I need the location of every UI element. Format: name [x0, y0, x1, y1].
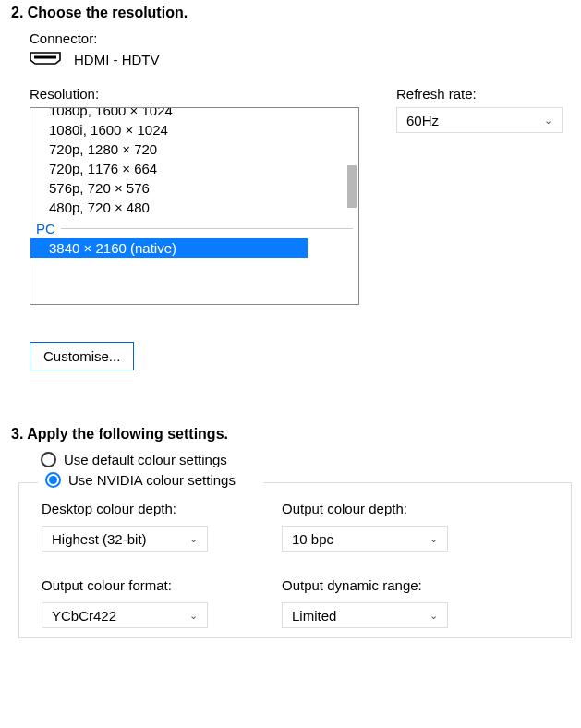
output-format-label: Output colour format:: [42, 577, 217, 593]
resolution-label: Resolution:: [30, 86, 359, 102]
connector-value: HDMI - HDTV: [74, 52, 160, 67]
list-item[interactable]: 1080i, 1600 × 1024: [30, 120, 358, 140]
output-depth-value: 10 bpc: [292, 531, 333, 547]
desktop-depth-value: Highest (32-bit): [52, 531, 147, 547]
radio-default-settings[interactable]: Use default colour settings: [41, 452, 581, 467]
customise-button[interactable]: Customise...: [30, 342, 134, 370]
output-range-select[interactable]: Limited ⌄: [282, 602, 448, 628]
chevron-down-icon: ⌄: [430, 610, 438, 622]
chevron-down-icon: ⌄: [430, 533, 438, 545]
radio-default-label: Use default colour settings: [64, 452, 227, 467]
svg-rect-0: [34, 56, 56, 59]
scrollbar-thumb[interactable]: [347, 165, 357, 208]
list-item[interactable]: 720p, 1176 × 664: [30, 159, 358, 178]
desktop-depth-select[interactable]: Highest (32-bit) ⌄: [42, 526, 208, 552]
refresh-rate-value: 60Hz: [406, 113, 439, 128]
list-item[interactable]: 1080p, 1600 × 1024: [30, 107, 358, 120]
nvidia-settings-panel: Use NVIDIA colour settings Desktop colou…: [18, 482, 572, 638]
resolution-listbox[interactable]: 1080i, 1680 × 1050 1080p, 1600 × 1024 10…: [30, 107, 359, 305]
list-item[interactable]: 480p, 720 × 480: [30, 198, 358, 217]
radio-icon: [45, 472, 61, 488]
step2-title: 2. Choose the resolution.: [0, 5, 581, 30]
list-group-pc: PC: [30, 217, 358, 238]
output-format-select[interactable]: YCbCr422 ⌄: [42, 602, 208, 628]
list-item[interactable]: 576p, 720 × 576: [30, 178, 358, 198]
radio-nvidia-label: Use NVIDIA colour settings: [68, 472, 236, 488]
list-item[interactable]: 720p, 1280 × 720: [30, 140, 358, 159]
list-item-selected[interactable]: 3840 × 2160 (native): [30, 238, 308, 258]
desktop-depth-label: Desktop colour depth:: [42, 501, 217, 516]
connector-label: Connector:: [30, 30, 563, 46]
output-depth-label: Output colour depth:: [282, 501, 457, 516]
refresh-rate-label: Refresh rate:: [396, 86, 563, 102]
refresh-rate-select[interactable]: 60Hz ⌄: [396, 107, 563, 133]
radio-icon: [41, 452, 56, 467]
chevron-down-icon: ⌄: [189, 533, 198, 545]
connector-row: HDMI - HDTV: [30, 52, 563, 67]
chevron-down-icon: ⌄: [189, 610, 198, 622]
output-depth-select[interactable]: 10 bpc ⌄: [282, 526, 448, 552]
output-format-value: YCbCr422: [52, 608, 116, 624]
radio-nvidia-settings[interactable]: Use NVIDIA colour settings: [45, 472, 236, 488]
output-range-value: Limited: [292, 608, 336, 624]
step3-title: 3. Apply the following settings.: [0, 426, 581, 452]
hdmi-icon: [30, 52, 61, 67]
output-range-label: Output dynamic range:: [282, 577, 457, 593]
chevron-down-icon: ⌄: [544, 115, 552, 127]
